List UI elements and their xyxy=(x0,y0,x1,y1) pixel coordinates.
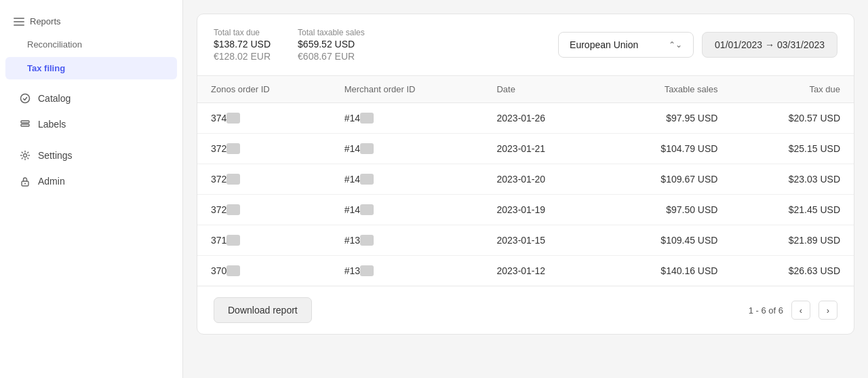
cell-tax-due: $23.03 USD xyxy=(731,164,854,195)
table-row: 374 #14 2023-01-26 $97.95 USD $20.57 USD xyxy=(197,103,854,134)
cell-tax-due: $20.57 USD xyxy=(731,103,854,134)
total-tax-due-usd: $138.72 USD xyxy=(214,39,271,50)
date-range-display: 01/01/2023 → 03/31/2023 xyxy=(702,32,837,58)
next-page-button[interactable]: › xyxy=(818,301,837,320)
cell-tax-due: $26.63 USD xyxy=(731,256,854,286)
date-range-text: 01/01/2023 → 03/31/2023 xyxy=(715,39,825,50)
pagination-text: 1 - 6 of 6 xyxy=(749,305,783,316)
cell-taxable-sales: $109.45 USD xyxy=(601,225,732,256)
region-value: European Union xyxy=(570,39,638,50)
main-content: Total tax due $138.72 USD €128.02 EUR To… xyxy=(183,0,868,378)
cell-date: 2023-01-26 xyxy=(483,103,600,134)
total-tax-due-label: Total tax due xyxy=(214,28,271,37)
sidebar-item-settings[interactable]: Settings xyxy=(5,143,177,168)
cell-date: 2023-01-19 xyxy=(483,195,600,225)
total-taxable-sales: Total taxable sales $659.52 USD €608.67 … xyxy=(298,28,365,62)
cell-zonos-id: 370 xyxy=(197,256,331,286)
cell-date: 2023-01-15 xyxy=(483,225,600,256)
cell-merchant-id: #13 xyxy=(331,256,484,286)
total-tax-due-eur: €128.02 EUR xyxy=(214,51,271,62)
table-footer: Download report 1 - 6 of 6 ‹ › xyxy=(197,286,854,334)
total-tax-due: Total tax due $138.72 USD €128.02 EUR xyxy=(214,28,271,62)
download-report-button[interactable]: Download report xyxy=(214,297,312,323)
orders-table: Zonos order ID Merchant order ID Date Ta… xyxy=(197,76,854,286)
settings-icon xyxy=(19,149,31,162)
cell-tax-due: $25.15 USD xyxy=(731,134,854,164)
sidebar-item-admin[interactable]: Admin xyxy=(5,169,177,193)
cell-taxable-sales: $109.67 USD xyxy=(601,164,732,195)
region-selector[interactable]: European Union ⌃⌄ xyxy=(558,32,694,58)
col-date: Date xyxy=(483,76,600,103)
svg-point-0 xyxy=(21,94,30,103)
sidebar-item-labels[interactable]: Labels xyxy=(5,112,177,136)
svg-point-3 xyxy=(24,154,27,157)
table-row: 370 #13 2023-01-12 $140.16 USD $26.63 US… xyxy=(197,256,854,286)
col-merchant-order-id: Merchant order ID xyxy=(331,76,484,103)
cell-zonos-id: 374 xyxy=(197,103,331,134)
sidebar-item-reconciliation[interactable]: Reconciliation xyxy=(5,33,177,56)
table-row: 372 #14 2023-01-20 $109.67 USD $23.03 US… xyxy=(197,164,854,195)
catalog-label: Catalog xyxy=(38,93,71,104)
settings-label: Settings xyxy=(38,150,73,161)
admin-icon xyxy=(19,175,31,187)
cell-taxable-sales: $140.16 USD xyxy=(601,256,732,286)
cell-zonos-id: 371 xyxy=(197,225,331,256)
cell-merchant-id: #14 xyxy=(331,164,484,195)
total-taxable-sales-usd: $659.52 USD xyxy=(298,39,365,50)
orders-table-wrap: Zonos order ID Merchant order ID Date Ta… xyxy=(197,76,854,286)
chevron-updown-icon: ⌃⌄ xyxy=(669,40,682,50)
col-zonos-order-id: Zonos order ID xyxy=(197,76,331,103)
svg-point-5 xyxy=(24,183,26,185)
admin-label: Admin xyxy=(38,176,65,187)
cell-taxable-sales: $104.79 USD xyxy=(601,134,732,164)
table-body: 374 #14 2023-01-26 $97.95 USD $20.57 USD… xyxy=(197,103,854,286)
svg-rect-1 xyxy=(21,121,29,123)
cell-zonos-id: 372 xyxy=(197,195,331,225)
svg-rect-2 xyxy=(21,124,29,126)
pagination: 1 - 6 of 6 ‹ › xyxy=(749,301,837,320)
cell-zonos-id: 372 xyxy=(197,134,331,164)
catalog-icon xyxy=(19,92,31,105)
cell-taxable-sales: $97.95 USD xyxy=(601,103,732,134)
cell-merchant-id: #14 xyxy=(331,134,484,164)
labels-label: Labels xyxy=(38,119,66,130)
labels-icon xyxy=(19,118,31,130)
cell-zonos-id: 372 xyxy=(197,164,331,195)
table-row: 371 #13 2023-01-15 $109.45 USD $21.89 US… xyxy=(197,225,854,256)
sidebar-reports-header: Reports xyxy=(0,11,182,32)
cell-merchant-id: #13 xyxy=(331,225,484,256)
tax-filing-card: Total tax due $138.72 USD €128.02 EUR To… xyxy=(197,14,854,335)
cell-tax-due: $21.45 USD xyxy=(731,195,854,225)
reconciliation-label: Reconciliation xyxy=(27,39,82,50)
cell-date: 2023-01-21 xyxy=(483,134,600,164)
table-row: 372 #14 2023-01-19 $97.50 USD $21.45 USD xyxy=(197,195,854,225)
reports-icon xyxy=(14,18,24,26)
col-taxable-sales: Taxable sales xyxy=(601,76,732,103)
sidebar-item-tax-filing[interactable]: Tax filing xyxy=(5,57,177,79)
summary-controls: European Union ⌃⌄ 01/01/2023 → 03/31/202… xyxy=(558,32,837,58)
cell-date: 2023-01-12 xyxy=(483,256,600,286)
cell-taxable-sales: $97.50 USD xyxy=(601,195,732,225)
cell-merchant-id: #14 xyxy=(331,195,484,225)
total-taxable-sales-label: Total taxable sales xyxy=(298,28,365,37)
reports-label: Reports xyxy=(30,16,61,26)
summary-bar: Total tax due $138.72 USD €128.02 EUR To… xyxy=(197,14,854,76)
table-row: 372 #14 2023-01-21 $104.79 USD $25.15 US… xyxy=(197,134,854,164)
cell-merchant-id: #14 xyxy=(331,103,484,134)
total-taxable-sales-eur: €608.67 EUR xyxy=(298,51,365,62)
sidebar-item-catalog[interactable]: Catalog xyxy=(5,86,177,111)
sidebar: Reports Reconciliation Tax filing Catalo… xyxy=(0,0,183,378)
tax-filing-label: Tax filing xyxy=(27,63,65,73)
cell-tax-due: $21.89 USD xyxy=(731,225,854,256)
cell-date: 2023-01-20 xyxy=(483,164,600,195)
prev-page-button[interactable]: ‹ xyxy=(791,301,810,320)
col-tax-due: Tax due xyxy=(731,76,854,103)
table-header: Zonos order ID Merchant order ID Date Ta… xyxy=(197,76,854,103)
